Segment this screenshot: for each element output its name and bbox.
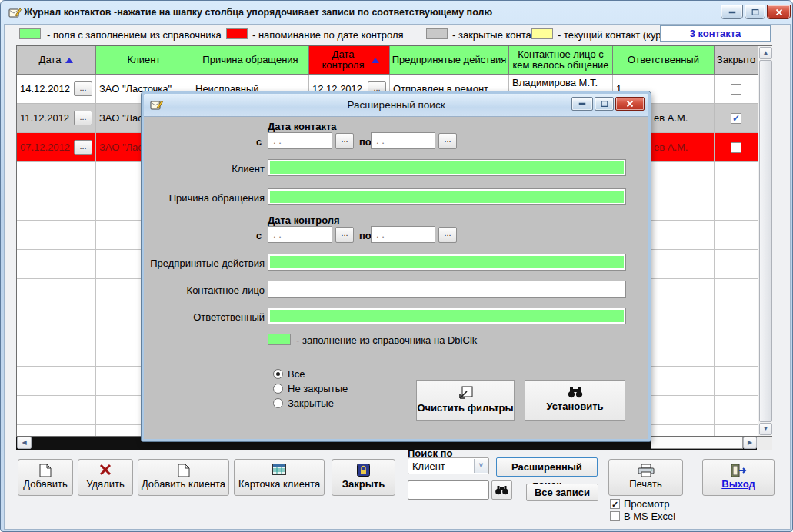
dialog-legend-swatch <box>268 334 291 345</box>
column-header-date[interactable]: Дата <box>17 46 96 75</box>
column-header-closed[interactable]: Закрыто <box>715 46 758 75</box>
scrollbar-corner <box>757 437 772 450</box>
scroll-right-icon[interactable]: ▶ <box>743 437 757 449</box>
contact-date-from-input[interactable]: . . <box>268 132 332 149</box>
control-date-section-label: Дата контроля <box>268 214 340 226</box>
responsible-filter-input[interactable] <box>268 308 626 324</box>
excel-checkbox-label: В MS Excel <box>624 510 675 522</box>
binoculars-icon <box>495 485 508 495</box>
control-date-from-input[interactable]: . . <box>268 226 332 243</box>
closed-checkbox[interactable]: ✓ <box>731 113 741 124</box>
card-grid-icon <box>272 464 286 477</box>
horizontal-scroll-thumb[interactable] <box>651 437 743 449</box>
date-picker-button[interactable]: ... <box>74 81 92 96</box>
binoculars-icon <box>568 386 583 398</box>
contact-date-to-picker-button[interactable]: ... <box>438 133 457 149</box>
to-label: по <box>359 230 372 241</box>
date-picker-button[interactable]: ... <box>74 111 92 125</box>
print-button[interactable]: Печать <box>608 459 683 496</box>
radio-closed[interactable] <box>273 398 283 408</box>
scroll-up-icon[interactable]: ▲ <box>759 47 772 59</box>
legend-label-reference: - поля с заполнением из справочника <box>47 29 222 41</box>
reason-field-label: Причина обращения <box>148 192 265 204</box>
contact-person-field-label: Контактное лицо <box>148 284 265 296</box>
vertical-scroll-thumb[interactable] <box>759 60 772 422</box>
column-header-reason[interactable]: Причина обращения <box>192 46 309 75</box>
control-date-to-picker-button[interactable]: ... <box>438 227 457 243</box>
column-header-client[interactable]: Клиент <box>96 46 192 75</box>
column-header-contact[interactable]: Контактное лицо с кем велось общение <box>509 46 613 75</box>
legend-swatch-reminder <box>226 28 248 39</box>
table-header-row: Дата Клиент Причина обращения Дата контр… <box>17 46 758 75</box>
search-input[interactable] <box>408 480 489 500</box>
preview-checkbox-label: Просмотр <box>624 498 669 510</box>
new-document-icon <box>177 464 191 477</box>
contact-person-filter-input[interactable] <box>268 281 626 298</box>
all-records-button[interactable]: Все записи <box>526 484 598 501</box>
find-button[interactable] <box>491 480 512 500</box>
apply-filters-button[interactable]: Установить <box>525 380 625 421</box>
add-button[interactable]: Добавить <box>18 459 73 496</box>
exit-door-icon <box>730 464 747 477</box>
chevron-down-icon[interactable]: ˅ <box>474 459 488 473</box>
to-label: по <box>359 136 372 148</box>
restore-button[interactable] <box>745 5 765 19</box>
radio-closed-label: Закрытые <box>288 397 334 409</box>
window-title: Журнал контактов -нажатие на шапку столб… <box>24 7 492 18</box>
clear-filter-icon <box>458 386 473 400</box>
actions-filter-input[interactable] <box>268 254 626 271</box>
legend-swatch-current <box>531 28 553 39</box>
column-header-responsible[interactable]: Ответственный <box>613 46 715 75</box>
excel-checkbox[interactable] <box>610 511 620 521</box>
scroll-left-icon[interactable]: ◀ <box>17 437 32 449</box>
control-date-to-input[interactable]: . . <box>371 226 435 243</box>
column-header-actions[interactable]: Предпринятые действия <box>390 46 509 75</box>
delete-button[interactable]: Удалить <box>78 459 133 496</box>
dialog-close-button[interactable] <box>615 97 645 111</box>
column-header-control-date[interactable]: Дата контроля <box>309 46 390 75</box>
radio-all[interactable] <box>273 369 283 379</box>
new-document-icon <box>38 464 52 477</box>
closed-checkbox[interactable] <box>731 84 741 95</box>
preview-checkbox[interactable]: ✓ <box>610 499 620 509</box>
reason-filter-input[interactable] <box>268 188 626 205</box>
printer-icon <box>638 464 655 477</box>
control-date-from-picker-button[interactable]: ... <box>335 227 354 243</box>
contact-date-from-picker-button[interactable]: ... <box>335 133 354 149</box>
clear-filters-button[interactable]: Очистить фильтры <box>416 380 515 421</box>
legend-label-reminder: - напоминание по дате контроля <box>252 29 404 41</box>
from-label: с <box>256 136 262 148</box>
scroll-down-icon[interactable]: ▼ <box>759 423 772 435</box>
radio-not-closed[interactable] <box>273 384 283 394</box>
closed-checkbox[interactable] <box>731 142 741 153</box>
client-field-label: Клиент <box>148 163 265 175</box>
vertical-scrollbar[interactable]: ▲ ▼ <box>758 46 772 436</box>
close-journal-button[interactable]: Закрыть <box>332 459 395 496</box>
radio-not-closed-label: Не закрытые <box>288 383 348 394</box>
add-client-button[interactable]: Добавить клиента <box>138 459 229 496</box>
dialog-legend-note: - заполнение из справочника на DblClk <box>296 334 477 346</box>
dialog-titlebar[interactable]: Расширенный поиск <box>144 94 648 117</box>
client-filter-input[interactable] <box>268 159 626 176</box>
lock-icon <box>357 464 371 477</box>
close-button[interactable] <box>767 5 791 19</box>
dialog-minimize-button[interactable] <box>571 97 593 111</box>
client-card-button[interactable]: Карточка клиента <box>234 459 325 496</box>
search-by-combobox[interactable]: Клиент ˅ <box>408 457 489 474</box>
legend-swatch-closed <box>426 28 448 39</box>
delete-x-icon <box>98 464 112 477</box>
responsible-field-label: Ответственный <box>148 311 265 323</box>
date-picker-button[interactable]: ... <box>74 140 92 155</box>
app-icon <box>8 6 22 19</box>
sort-asc-icon <box>372 58 379 63</box>
advanced-search-button[interactable]: Расширенный поиск <box>496 457 598 477</box>
dialog-restore-button[interactable] <box>595 97 614 111</box>
window-titlebar[interactable]: Журнал контактов -нажатие на шапку столб… <box>1 1 792 24</box>
contact-date-section-label: Дата контакта <box>268 121 337 132</box>
advanced-search-dialog: Расширенный поиск Дата контакта с . . ..… <box>142 91 651 441</box>
exit-button[interactable]: Выход <box>702 459 775 496</box>
radio-all-label: Все <box>288 368 305 380</box>
contact-date-to-input[interactable]: . . <box>371 132 435 149</box>
minimize-button[interactable] <box>721 5 743 19</box>
sort-asc-icon <box>65 58 73 63</box>
